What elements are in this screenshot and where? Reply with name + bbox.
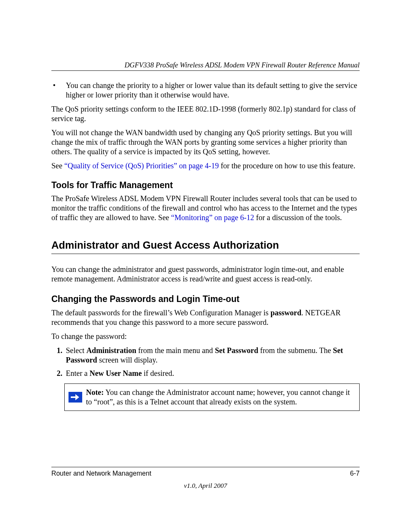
bold-text: Set Password [215, 346, 258, 355]
paragraph: See “Quality of Service (QoS) Priorities… [51, 161, 360, 171]
bullet-item: • You can change the priority to a highe… [51, 81, 360, 100]
text: if desired. [142, 369, 174, 377]
footer-version: v1.0, April 2007 [51, 482, 360, 490]
note-text: Note: You can change the Administrator a… [86, 384, 359, 411]
text: from the submenu. The [258, 346, 333, 355]
heading-admin-access: Administrator and Guest Access Authoriza… [51, 239, 360, 252]
footer-chapter: Router and Network Management [51, 470, 151, 478]
paragraph: To change the password: [51, 332, 360, 341]
footer-page-number: 6-7 [350, 470, 360, 478]
paragraph: The ProSafe Wireless ADSL Modem VPN Fire… [51, 194, 360, 222]
heading-rule [51, 254, 360, 254]
bullet-text: You can change the priority to a higher … [66, 81, 360, 100]
heading-tools: Tools for Traffic Management [51, 180, 360, 191]
bullet-marker: • [51, 81, 66, 100]
text: from the main menu and [136, 346, 215, 355]
bold-text: password [271, 308, 301, 317]
bold-text: New User Name [89, 369, 142, 377]
note-icon-cell [65, 384, 86, 411]
footer-rule [51, 467, 360, 467]
text: See [51, 161, 64, 170]
bullet-list: • You can change the priority to a highe… [51, 81, 360, 100]
footer-row: Router and Network Management 6-7 [51, 470, 360, 478]
document-page: DGFV338 ProSafe Wireless ADSL Modem VPN … [0, 0, 411, 532]
text: Enter a [66, 369, 89, 377]
note-box: Note: You can change the Administrator a… [64, 383, 360, 411]
text: for a discussion of the tools. [254, 213, 342, 222]
heading-passwords: Changing the Passwords and Login Time-ou… [51, 294, 360, 305]
ordered-steps: Select Administration from the main menu… [51, 346, 360, 378]
arrow-right-icon [68, 392, 82, 403]
running-header: DGFV338 ProSafe Wireless ADSL Modem VPN … [51, 61, 360, 70]
cross-reference-link[interactable]: “Monitoring” on page 6-12 [171, 213, 254, 222]
step-item: Select Administration from the main menu… [64, 346, 360, 365]
note-body: You can change the Administrator account… [86, 388, 350, 406]
bold-text: Administration [86, 346, 136, 355]
step-item: Enter a New User Name if desired. [64, 369, 360, 378]
text: The default passwords for the firewall’s… [51, 308, 271, 317]
text: Select [66, 346, 86, 355]
paragraph: The QoS priority settings conform to the… [51, 104, 360, 123]
paragraph: The default passwords for the firewall’s… [51, 308, 360, 327]
cross-reference-link[interactable]: “Quality of Service (QoS) Priorities” on… [64, 161, 219, 170]
paragraph: You can change the administrator and gue… [51, 265, 360, 284]
text: screen will display. [97, 356, 158, 364]
paragraph: You will not change the WAN bandwidth us… [51, 128, 360, 157]
text: for the procedure on how to use this fea… [219, 161, 355, 170]
note-label: Note: [86, 388, 104, 396]
header-rule [51, 70, 360, 71]
page-footer: Router and Network Management 6-7 v1.0, … [51, 467, 360, 490]
